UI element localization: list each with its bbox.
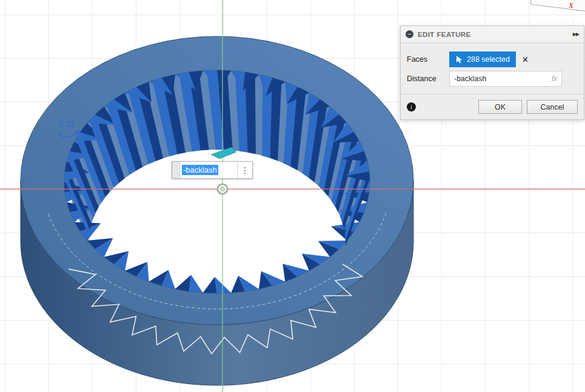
selected-expression-text: -backlash <box>182 165 218 175</box>
origin-point-center <box>221 187 224 191</box>
ok-button[interactable]: OK <box>478 100 522 114</box>
distance-value: -backlash <box>454 75 552 83</box>
dialog-title: EDIT FEATURE <box>418 31 569 38</box>
dimension-label[interactable]: 0.15 <box>59 119 74 128</box>
dialog-header[interactable]: − EDIT FEATURE ▶▶ <box>401 26 584 43</box>
viewport[interactable]: 0.15 -backlash ⋮ X − EDIT FEATURE ▶▶ Fac… <box>0 0 585 392</box>
info-icon[interactable]: i <box>407 102 416 111</box>
cursor-icon <box>455 55 463 64</box>
dialog-footer: i OK Cancel <box>401 94 584 119</box>
drag-handle-icon[interactable] <box>172 162 180 178</box>
dialog-body: Faces 288 selected ✕ Distance -backlash … <box>401 43 584 94</box>
distance-input[interactable]: -backlash fx <box>449 71 562 87</box>
viewcube[interactable] <box>518 0 585 18</box>
distance-label: Distance <box>407 75 449 83</box>
faces-row: Faces 288 selected ✕ <box>407 51 578 67</box>
cancel-button[interactable]: Cancel <box>527 100 578 114</box>
distance-row: Distance -backlash fx <box>407 71 578 87</box>
faces-label: Faces <box>407 55 449 64</box>
faces-selection-button[interactable]: 288 selected <box>449 51 516 67</box>
fx-indicator: fx <box>552 75 557 83</box>
collapse-icon[interactable]: − <box>406 30 413 38</box>
expand-double-icon[interactable]: ▶▶ <box>573 32 579 37</box>
viewcube-face[interactable] <box>530 0 585 12</box>
expression-input[interactable]: -backlash <box>180 162 237 178</box>
faces-selection-count: 288 selected <box>467 55 510 64</box>
kebab-menu-icon[interactable]: ⋮ <box>237 162 252 178</box>
floating-expression-input[interactable]: -backlash ⋮ <box>172 161 253 179</box>
clear-selection-button[interactable]: ✕ <box>522 55 529 64</box>
edit-feature-dialog: − EDIT FEATURE ▶▶ Faces 288 selected ✕ D… <box>400 25 584 120</box>
axis-x-label: X <box>569 1 573 10</box>
